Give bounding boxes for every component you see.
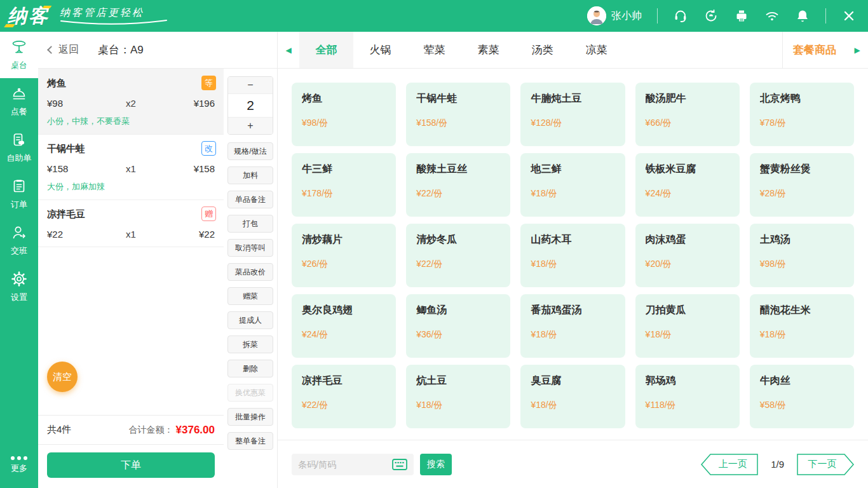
swap-discount-dish-button: 换优惠菜 <box>227 384 273 402</box>
split-dish-button[interactable]: 拆菜 <box>227 336 273 353</box>
back-button[interactable]: 返回 <box>38 32 89 68</box>
menu-item-card[interactable]: 土鸡汤¥98/份 <box>750 224 854 287</box>
cloud-sync-icon[interactable] <box>703 8 719 24</box>
search-input[interactable] <box>298 459 392 470</box>
qty-plus-button[interactable]: + <box>228 118 273 134</box>
menu-item-card[interactable]: 地三鲜¥18/份 <box>520 153 625 217</box>
sidebar-item-label: 订单 <box>11 199 27 210</box>
cancel-wait-call-button[interactable]: 取消等叫 <box>227 239 273 257</box>
shift-handover-icon <box>11 224 27 243</box>
customer-service-icon[interactable] <box>673 8 688 24</box>
menu-item-card[interactable]: 牛肉丝¥58/份 <box>750 365 854 428</box>
order-item-qty: x1 <box>126 163 170 174</box>
menu-item-price: ¥36/份 <box>416 329 500 341</box>
tab-meat[interactable]: 荤菜 <box>407 32 461 68</box>
menu-item-card[interactable]: 清炒冬瓜¥22/份 <box>406 224 510 287</box>
menu-item-card[interactable]: 北京烤鸭¥78/份 <box>750 83 854 146</box>
tabs-scroll-left-icon[interactable]: ◀ <box>278 32 299 68</box>
menu-item-price: ¥128/份 <box>531 118 614 129</box>
tab-vegetable[interactable]: 素菜 <box>461 32 515 68</box>
menu-item-card[interactable]: 奥尔良鸡翅¥24/份 <box>292 294 396 358</box>
menu-item-name: 番茄鸡蛋汤 <box>531 304 614 317</box>
wifi-icon[interactable] <box>764 8 780 24</box>
printer-icon[interactable] <box>734 8 749 24</box>
tab-all[interactable]: 全部 <box>299 32 353 68</box>
gift-dish-button[interactable]: 赠菜 <box>227 287 273 305</box>
tab-cold-dish[interactable]: 凉菜 <box>569 32 623 68</box>
user-chip[interactable]: 张小帅 <box>587 6 642 25</box>
order-item-total: ¥196 <box>170 98 215 109</box>
batch-operation-button[interactable]: 批量操作 <box>227 408 273 426</box>
sidebar-item-order-food[interactable]: 点餐 <box>0 78 38 125</box>
menu-item-card[interactable]: 干锅牛蛙¥158/份 <box>406 83 510 146</box>
change-price-button[interactable]: 菜品改价 <box>227 263 273 281</box>
self-order-receipt-icon <box>11 132 27 150</box>
app-logo: 纳客 <box>8 3 50 29</box>
sidebar-item-tables[interactable]: 桌台 <box>0 32 38 78</box>
prev-page-button[interactable]: 上一页 <box>701 454 758 475</box>
menu-item-card[interactable]: 醋泡花生米¥18/份 <box>750 294 854 358</box>
delete-item-button[interactable]: 删除 <box>227 360 273 377</box>
menu-item-card[interactable]: 清炒藕片¥26/份 <box>292 224 396 287</box>
sidebar-item-label: 交班 <box>11 245 27 257</box>
menu-item-card[interactable]: 番茄鸡蛋汤¥18/份 <box>520 294 625 358</box>
order-item-price: ¥22 <box>47 229 126 240</box>
menu-item-name: 醋泡花生米 <box>760 304 844 317</box>
item-remark-button[interactable]: 单品备注 <box>227 191 273 208</box>
bell-icon[interactable] <box>795 8 810 24</box>
spec-method-button[interactable]: 规格/做法 <box>227 142 273 160</box>
commission-person-button[interactable]: 提成人 <box>227 311 273 329</box>
order-total-value: ¥376.00 <box>176 424 215 437</box>
menu-item-card[interactable]: 牛腩炖土豆¥128/份 <box>520 83 625 146</box>
sidebar-item-self-order[interactable]: 自助单 <box>0 125 38 171</box>
order-item[interactable]: 烤鱼 等 ¥98 x2 ¥196 小份，中辣，不要香菜 <box>38 69 224 135</box>
sidebar-item-more[interactable]: 更多 <box>0 442 38 488</box>
menu-item-name: 臭豆腐 <box>531 374 614 388</box>
menu-item-name: 郭场鸡 <box>646 374 729 388</box>
takeout-pack-button[interactable]: 打包 <box>227 215 273 233</box>
menu-item-card[interactable]: 刀拍黄瓜¥18/份 <box>635 294 740 358</box>
menu-item-price: ¥98/份 <box>302 118 386 129</box>
sidebar-item-label: 设置 <box>11 292 27 303</box>
order-item[interactable]: 干锅牛蛙 改 ¥158 x1 ¥158 大份，加麻加辣 <box>38 135 224 200</box>
menu-item-card[interactable]: 酸汤肥牛¥66/份 <box>635 83 740 146</box>
qty-minus-button[interactable]: − <box>228 77 273 93</box>
keyboard-icon[interactable] <box>392 458 409 471</box>
menu-item-card[interactable]: 凉拌毛豆¥22/份 <box>292 365 396 428</box>
tab-hotpot[interactable]: 火锅 <box>353 32 407 68</box>
menu-item-card[interactable]: 烤鱼¥98/份 <box>292 83 396 146</box>
sidebar-item-shift[interactable]: 交班 <box>0 217 38 264</box>
menu-item-card[interactable]: 铁板米豆腐¥24/份 <box>635 153 740 217</box>
menu-item-card[interactable]: 臭豆腐¥18/份 <box>520 365 625 428</box>
clear-order-button[interactable]: 清空 <box>47 362 78 392</box>
search-button[interactable]: 搜索 <box>420 454 452 475</box>
menu-item-name: 奥尔良鸡翅 <box>302 304 386 317</box>
menu-item-card[interactable]: 炕土豆¥18/份 <box>406 365 510 428</box>
menu-item-card[interactable]: 蟹黄粉丝煲¥28/份 <box>750 153 854 217</box>
combo-products-button[interactable]: 套餐商品 <box>782 32 846 68</box>
menu-item-card[interactable]: 郭场鸡¥118/份 <box>635 365 740 428</box>
menu-item-price: ¥22/份 <box>302 400 386 411</box>
submit-order-button[interactable]: 下单 <box>47 452 215 478</box>
order-item-price: ¥98 <box>47 98 126 109</box>
menu-item-card[interactable]: 肉沫鸡蛋¥20/份 <box>635 224 740 287</box>
sidebar: 桌台 点餐 自助单 <box>0 32 38 488</box>
tabs-scroll-right-icon[interactable]: ▶ <box>846 32 868 68</box>
menu-item-card[interactable]: 山药木耳¥18/份 <box>520 224 625 287</box>
logo-slogan: 纳客管店更轻松 <box>60 6 168 25</box>
menu-item-name: 烤鱼 <box>302 92 386 105</box>
sidebar-item-settings[interactable]: 设置 <box>0 264 38 310</box>
next-page-button[interactable]: 下一页 <box>797 454 854 475</box>
sidebar-item-orders[interactable]: 订单 <box>0 171 38 217</box>
menu-item-card[interactable]: 牛三鲜¥178/份 <box>292 153 396 217</box>
close-icon[interactable] <box>841 8 857 24</box>
tab-soup[interactable]: 汤类 <box>515 32 569 68</box>
order-item[interactable]: 凉拌毛豆 赠 ¥22 x1 ¥22 <box>38 200 224 247</box>
menu-item-price: ¥66/份 <box>646 118 729 129</box>
menu-item-card[interactable]: 酸辣土豆丝¥22/份 <box>406 153 510 217</box>
whole-order-remark-button[interactable]: 整单备注 <box>227 432 273 450</box>
add-ingredient-button[interactable]: 加料 <box>227 166 273 184</box>
menu-item-price: ¥24/份 <box>302 329 386 341</box>
menu-item-card[interactable]: 鲫鱼汤¥36/份 <box>406 294 510 358</box>
chevron-left-icon <box>47 46 55 54</box>
